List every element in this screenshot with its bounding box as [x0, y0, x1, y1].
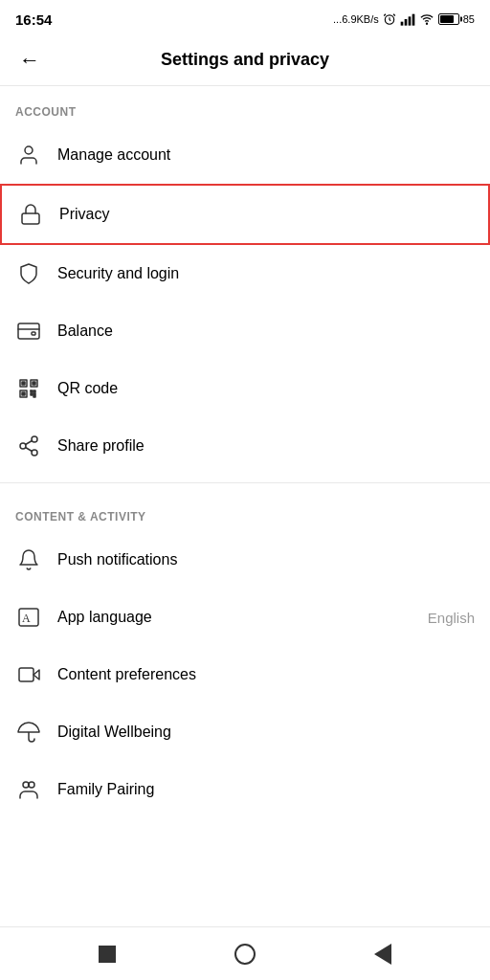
wifi-icon — [419, 12, 434, 26]
digital-wellbeing-label: Digital Wellbeing — [57, 724, 475, 741]
svg-rect-3 — [408, 16, 411, 25]
svg-rect-16 — [22, 392, 25, 395]
font-icon: A — [15, 604, 42, 631]
nav-back-button[interactable] — [369, 941, 396, 968]
circle-icon — [234, 944, 256, 965]
lock-icon — [17, 201, 44, 228]
menu-item-manage-account[interactable]: Manage account — [0, 126, 490, 184]
svg-rect-18 — [31, 390, 33, 392]
push-notifications-label: Push notifications — [57, 551, 475, 568]
svg-rect-19 — [33, 390, 35, 392]
qr-icon — [15, 375, 42, 402]
svg-rect-8 — [18, 323, 39, 339]
header: ← Settings and privacy — [0, 34, 490, 86]
qr-code-label: QR code — [57, 380, 475, 397]
bottom-nav — [0, 926, 490, 980]
app-language-label: App language — [57, 609, 428, 626]
svg-text:A: A — [22, 612, 31, 625]
section-content-activity: CONTENT & ACTIVITY Push notifications A … — [0, 491, 490, 818]
shield-icon — [15, 260, 42, 287]
section-content-activity-label: CONTENT & ACTIVITY — [0, 491, 490, 531]
bell-icon — [15, 546, 42, 573]
app-language-value: English — [428, 610, 475, 626]
battery-level: 85 — [463, 13, 475, 25]
svg-point-24 — [32, 450, 37, 456]
svg-point-33 — [29, 785, 30, 786]
family-pairing-label: Family Pairing — [57, 781, 475, 798]
menu-item-qr-code[interactable]: QR code — [0, 360, 490, 417]
share-profile-label: Share profile — [57, 437, 475, 455]
svg-point-5 — [426, 23, 427, 24]
content-preferences-label: Content preferences — [57, 666, 475, 683]
svg-rect-15 — [33, 382, 35, 385]
status-icons: ...6.9KB/s 85 — [333, 12, 475, 26]
svg-rect-4 — [412, 14, 414, 26]
svg-rect-7 — [22, 213, 39, 224]
menu-item-family-pairing[interactable]: Family Pairing — [0, 761, 490, 818]
alarm-icon — [383, 12, 396, 26]
svg-marker-30 — [33, 670, 39, 679]
svg-line-25 — [26, 448, 33, 452]
section-account: ACCOUNT Manage account Privacy Security … — [0, 86, 490, 475]
svg-rect-10 — [32, 332, 35, 335]
manage-account-label: Manage account — [57, 146, 475, 164]
security-login-label: Security and login — [57, 265, 475, 282]
video-icon — [15, 661, 42, 688]
menu-item-privacy[interactable]: Privacy — [0, 184, 490, 245]
svg-rect-1 — [400, 22, 403, 26]
svg-rect-20 — [31, 393, 33, 395]
privacy-label: Privacy — [59, 206, 473, 223]
umbrella-icon — [15, 719, 42, 746]
nav-home-button[interactable] — [232, 941, 258, 968]
family-icon — [15, 776, 42, 803]
menu-item-digital-wellbeing[interactable]: Digital Wellbeing — [0, 703, 490, 761]
section-account-label: ACCOUNT — [0, 86, 490, 126]
status-time: 16:54 — [15, 11, 52, 28]
menu-item-security-login[interactable]: Security and login — [0, 245, 490, 302]
svg-point-6 — [25, 146, 33, 154]
svg-rect-29 — [19, 668, 33, 681]
section-divider — [0, 482, 490, 483]
battery-icon — [438, 13, 459, 25]
menu-item-content-preferences[interactable]: Content preferences — [0, 646, 490, 703]
back-button[interactable]: ← — [15, 44, 44, 77]
svg-rect-21 — [33, 393, 35, 397]
svg-point-22 — [32, 436, 37, 442]
person-icon — [15, 142, 42, 168]
wallet-icon — [15, 318, 42, 345]
svg-rect-14 — [22, 382, 25, 385]
status-bar: 16:54 ...6.9KB/s 85 — [0, 0, 490, 34]
triangle-icon — [374, 944, 391, 965]
menu-item-app-language[interactable]: A App language English — [0, 589, 490, 646]
menu-item-balance[interactable]: Balance — [0, 302, 490, 360]
signal-icon — [400, 12, 415, 26]
svg-rect-2 — [404, 19, 407, 26]
svg-line-26 — [26, 441, 33, 445]
share-icon — [15, 433, 42, 459]
menu-item-push-notifications[interactable]: Push notifications — [0, 531, 490, 589]
nav-square-button[interactable] — [94, 941, 121, 968]
network-speed: ...6.9KB/s — [333, 13, 379, 25]
header-title: Settings and privacy — [161, 50, 329, 70]
svg-point-23 — [20, 443, 26, 449]
balance-label: Balance — [57, 323, 475, 340]
square-icon — [99, 946, 116, 963]
menu-item-share-profile[interactable]: Share profile — [0, 417, 490, 475]
